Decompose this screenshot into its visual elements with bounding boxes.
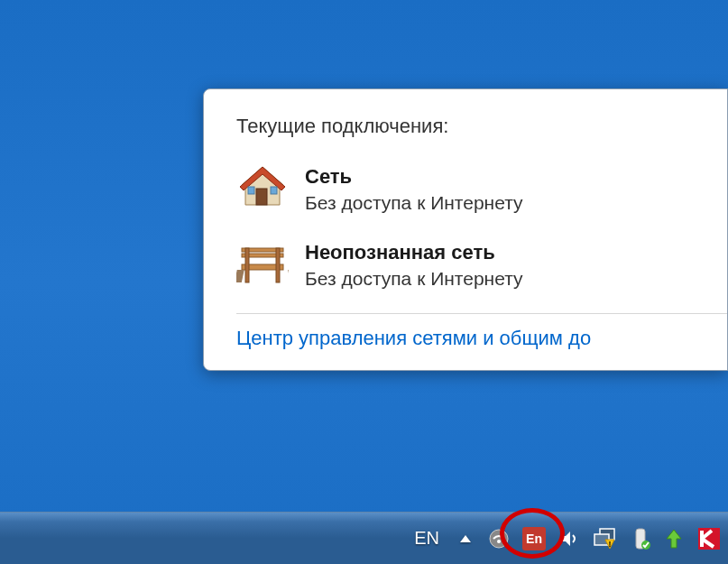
network-flyout: Текущие подключения: Сеть Без доступа к …: [203, 88, 728, 371]
svg-rect-11: [288, 270, 289, 282]
connection-status: Без доступа к Интернету: [305, 192, 523, 214]
connection-text: Сеть Без доступа к Интернету: [305, 163, 523, 214]
show-hidden-icons[interactable]: [456, 535, 475, 542]
system-tray: EN En !: [410, 527, 728, 550]
svg-point-13: [497, 540, 501, 543]
svg-rect-8: [245, 248, 249, 282]
svg-marker-21: [667, 530, 681, 548]
svg-rect-4: [271, 187, 277, 194]
svg-marker-14: [561, 532, 570, 546]
wireless-icon[interactable]: [488, 528, 510, 550]
update-icon[interactable]: [663, 528, 685, 550]
connection-name: Неопознанная сеть: [305, 241, 523, 264]
connection-name: Сеть: [305, 165, 523, 189]
punto-switcher-icon[interactable]: En: [522, 527, 546, 550]
connection-item-network[interactable]: Сеть Без доступа к Интернету: [236, 154, 727, 230]
svg-text:!: !: [609, 540, 612, 549]
svg-rect-3: [248, 187, 254, 194]
network-tray-icon[interactable]: !: [593, 527, 618, 550]
taskbar: EN En !: [0, 512, 728, 564]
flyout-title: Текущие подключения:: [236, 115, 727, 138]
chevron-up-icon: [460, 535, 471, 542]
svg-rect-2: [256, 189, 267, 205]
language-indicator[interactable]: EN: [410, 528, 443, 549]
divider: [236, 313, 727, 314]
usb-eject-icon[interactable]: [631, 527, 650, 550]
en-badge: En: [522, 527, 546, 550]
network-center-link[interactable]: Центр управления сетями и общим до: [236, 327, 727, 350]
connection-item-unidentified[interactable]: Неопознанная сеть Без доступа к Интернет…: [236, 230, 727, 306]
svg-rect-10: [236, 270, 244, 282]
kaspersky-icon[interactable]: [697, 527, 721, 550]
volume-icon[interactable]: [558, 528, 580, 550]
house-icon: [236, 163, 289, 210]
connection-text: Неопознанная сеть Без доступа к Интернет…: [305, 239, 523, 290]
connection-status: Без доступа к Интернету: [305, 268, 523, 290]
bench-icon: [236, 239, 289, 286]
svg-rect-9: [276, 248, 280, 282]
svg-point-12: [490, 530, 508, 548]
